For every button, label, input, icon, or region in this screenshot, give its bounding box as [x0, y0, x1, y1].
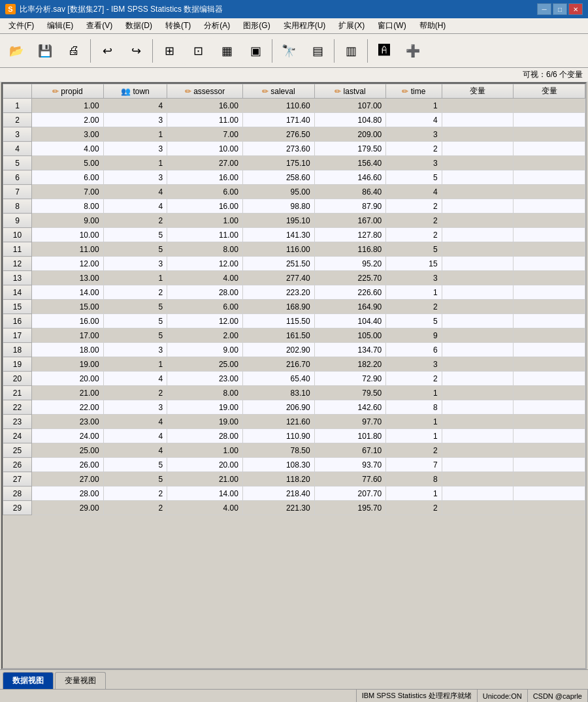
cell-assessor[interactable]: 21.00 — [167, 472, 243, 487]
cell-lastval[interactable]: 95.20 — [314, 257, 386, 271]
row-number[interactable]: 11 — [3, 242, 32, 257]
cell-saleval[interactable]: 175.10 — [242, 156, 314, 170]
cell-saleval[interactable]: 218.40 — [242, 487, 314, 501]
row-number[interactable]: 1 — [3, 99, 32, 113]
cell-empty2[interactable] — [514, 113, 585, 127]
cell-empty1[interactable] — [442, 343, 514, 357]
toolbar-btn-open[interactable]: 📂 — [3, 37, 30, 65]
col-header-propid[interactable]: ✏ propid — [32, 84, 104, 99]
cell-assessor[interactable]: 2.00 — [167, 328, 243, 343]
cell-time[interactable]: 6 — [386, 343, 442, 357]
cell-saleval[interactable]: 168.90 — [242, 300, 314, 314]
cell-empty2[interactable] — [514, 242, 585, 257]
toolbar-btn-add[interactable]: ➕ — [399, 37, 427, 65]
cell-propid[interactable]: 4.00 — [32, 142, 104, 156]
menu-item-analyze[interactable]: 分析(A) — [198, 18, 236, 33]
row-number[interactable]: 12 — [3, 257, 32, 271]
toolbar-btn-find[interactable]: 🔭 — [275, 37, 302, 65]
cell-assessor[interactable]: 12.00 — [167, 257, 243, 271]
cell-time[interactable]: 2 — [386, 300, 442, 314]
cell-lastval[interactable]: 207.70 — [314, 487, 386, 501]
cell-lastval[interactable]: 101.80 — [314, 429, 386, 443]
menu-item-view[interactable]: 查看(V) — [80, 18, 118, 33]
cell-time[interactable]: 3 — [386, 271, 442, 285]
cell-empty2[interactable] — [514, 357, 585, 372]
row-number[interactable]: 23 — [3, 415, 32, 429]
cell-saleval[interactable]: 115.50 — [242, 314, 314, 328]
cell-empty2[interactable] — [514, 458, 585, 472]
row-number[interactable]: 25 — [3, 443, 32, 458]
cell-time[interactable]: 3 — [386, 357, 442, 372]
cell-town[interactable]: 3 — [103, 170, 167, 185]
cell-time[interactable]: 9 — [386, 328, 442, 343]
cell-town[interactable]: 5 — [103, 472, 167, 487]
cell-empty1[interactable] — [442, 113, 514, 127]
cell-assessor[interactable]: 14.00 — [167, 487, 243, 501]
cell-assessor[interactable]: 28.00 — [167, 285, 243, 300]
cell-empty1[interactable] — [442, 357, 514, 372]
cell-empty1[interactable] — [442, 300, 514, 314]
cell-assessor[interactable]: 23.00 — [167, 372, 243, 386]
cell-town[interactable]: 2 — [103, 285, 167, 300]
cell-assessor[interactable]: 9.00 — [167, 343, 243, 357]
cell-town[interactable]: 3 — [103, 142, 167, 156]
cell-saleval[interactable]: 110.90 — [242, 429, 314, 443]
cell-lastval[interactable]: 156.40 — [314, 156, 386, 170]
cell-saleval[interactable]: 141.30 — [242, 228, 314, 242]
cell-propid[interactable]: 17.00 — [32, 328, 104, 343]
cell-propid[interactable]: 21.00 — [32, 386, 104, 400]
menu-item-transform[interactable]: 转换(T) — [159, 18, 197, 33]
cell-propid[interactable]: 8.00 — [32, 199, 104, 214]
cell-saleval[interactable]: 116.00 — [242, 242, 314, 257]
row-number[interactable]: 14 — [3, 285, 32, 300]
cell-empty1[interactable] — [442, 170, 514, 185]
cell-saleval[interactable]: 83.10 — [242, 386, 314, 400]
row-number[interactable]: 9 — [3, 214, 32, 228]
cell-saleval[interactable]: 202.90 — [242, 343, 314, 357]
cell-assessor[interactable]: 11.00 — [167, 113, 243, 127]
cell-lastval[interactable]: 67.10 — [314, 443, 386, 458]
cell-time[interactable]: 5 — [386, 242, 442, 257]
col-header-time[interactable]: ✏ time — [386, 84, 442, 99]
cell-time[interactable]: 2 — [386, 199, 442, 214]
toolbar-btn-grid2[interactable]: ▥ — [337, 37, 365, 65]
row-number[interactable]: 6 — [3, 170, 32, 185]
cell-time[interactable]: 8 — [386, 400, 442, 415]
cell-time[interactable]: 4 — [386, 185, 442, 199]
cell-lastval[interactable]: 164.90 — [314, 300, 386, 314]
cell-empty2[interactable] — [514, 271, 585, 285]
cell-empty1[interactable] — [442, 472, 514, 487]
cell-town[interactable]: 5 — [103, 314, 167, 328]
toolbar-btn-table3[interactable]: ▦ — [213, 37, 240, 65]
cell-town[interactable]: 2 — [103, 214, 167, 228]
cell-propid[interactable]: 12.00 — [32, 257, 104, 271]
cell-lastval[interactable]: 226.60 — [314, 285, 386, 300]
col-header-lastval[interactable]: ✏ lastval — [314, 84, 386, 99]
cell-time[interactable]: 2 — [386, 443, 442, 458]
cell-town[interactable]: 2 — [103, 487, 167, 501]
cell-propid[interactable]: 14.00 — [32, 285, 104, 300]
menu-item-graphs[interactable]: 图形(G) — [237, 18, 276, 33]
cell-assessor[interactable]: 16.00 — [167, 99, 243, 113]
cell-empty1[interactable] — [442, 285, 514, 300]
cell-propid[interactable]: 19.00 — [32, 357, 104, 372]
row-number[interactable]: 8 — [3, 199, 32, 214]
cell-propid[interactable]: 28.00 — [32, 487, 104, 501]
cell-saleval[interactable]: 273.60 — [242, 142, 314, 156]
cell-empty2[interactable] — [514, 372, 585, 386]
cell-propid[interactable]: 1.00 — [32, 99, 104, 113]
cell-propid[interactable]: 3.00 — [32, 127, 104, 142]
cell-assessor[interactable]: 19.00 — [167, 415, 243, 429]
cell-assessor[interactable]: 19.00 — [167, 400, 243, 415]
cell-town[interactable]: 3 — [103, 343, 167, 357]
cell-lastval[interactable]: 116.80 — [314, 242, 386, 257]
cell-propid[interactable]: 29.00 — [32, 501, 104, 515]
toolbar-btn-values[interactable]: 🅰 — [370, 37, 398, 65]
cell-lastval[interactable]: 97.70 — [314, 415, 386, 429]
cell-saleval[interactable]: 65.40 — [242, 372, 314, 386]
cell-empty2[interactable] — [514, 343, 585, 357]
cell-empty2[interactable] — [514, 185, 585, 199]
cell-propid[interactable]: 16.00 — [32, 314, 104, 328]
tab-variable-view[interactable]: 变量视图 — [55, 672, 106, 689]
menu-item-extensions[interactable]: 扩展(X) — [333, 18, 370, 33]
